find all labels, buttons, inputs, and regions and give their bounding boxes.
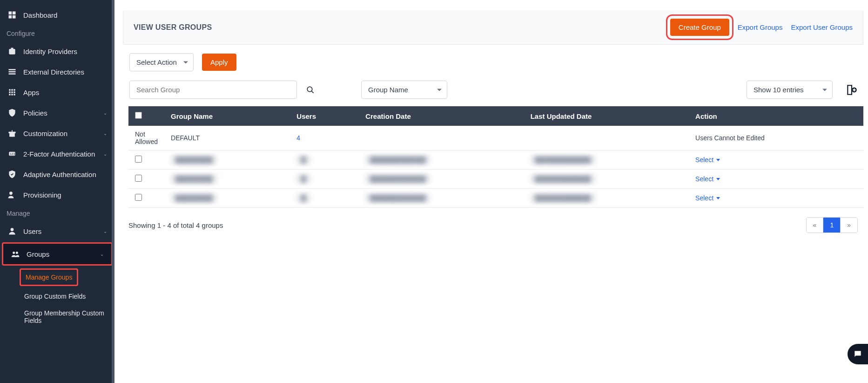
filter-by-dropdown[interactable]: Group Name xyxy=(361,81,447,99)
create-group-button[interactable]: Create Group xyxy=(670,19,729,36)
svg-rect-1 xyxy=(13,12,16,15)
sidebar-item-users[interactable]: Users ⌄ xyxy=(0,221,114,241)
search-icon[interactable] xyxy=(306,86,315,94)
row-checkbox[interactable] xyxy=(135,194,142,201)
sidebar-item-groups[interactable]: Groups ⌄ xyxy=(2,242,113,266)
row-checkbox[interactable] xyxy=(135,175,142,182)
sidebar-item-customization[interactable]: Customization ⌄ xyxy=(0,123,114,144)
cell-users[interactable]: 4 xyxy=(290,126,359,150)
svg-rect-14 xyxy=(13,91,15,93)
sidebar-sub-group-membership-fields[interactable]: Group Membership Custom Fields xyxy=(20,305,114,329)
cell-group-name: ████████ xyxy=(164,170,290,189)
pager-prev[interactable]: « xyxy=(807,218,824,233)
sidebar-item-2fa[interactable]: 123 2-Factor Authentication ⌄ xyxy=(0,144,114,164)
shield-icon xyxy=(7,108,17,117)
col-creation[interactable]: Creation Date xyxy=(359,106,524,126)
export-user-groups-link[interactable]: Export User Groups xyxy=(791,23,853,31)
page-title: VIEW USER GROUPS xyxy=(134,23,212,32)
entries-dropdown[interactable]: Show 10 entries xyxy=(747,81,833,99)
sidebar-sub-group-custom-fields[interactable]: Group Custom Fields xyxy=(20,288,114,305)
row-action-select[interactable]: Select xyxy=(695,156,720,164)
header-actions: Create Group Export Groups Export User G… xyxy=(670,19,853,36)
sidebar-item-adaptive[interactable]: Adaptive Authentication xyxy=(0,164,114,185)
pager-page-1[interactable]: 1 xyxy=(823,218,841,233)
caret-down-icon xyxy=(716,197,720,199)
cell-action: Select xyxy=(689,150,863,170)
chevron-down-icon: ⌄ xyxy=(103,229,107,234)
chat-floating-button[interactable] xyxy=(848,344,868,364)
svg-point-23 xyxy=(9,192,13,195)
select-action-dropdown[interactable]: Select Action xyxy=(129,53,194,71)
cell-creation: ████████████ xyxy=(359,170,524,189)
svg-rect-12 xyxy=(9,91,10,93)
sidebar-scrollbar[interactable] xyxy=(112,0,114,383)
svg-rect-13 xyxy=(11,91,13,93)
search-input[interactable] xyxy=(129,81,297,99)
svg-point-25 xyxy=(13,252,15,254)
pagination: « 1 » xyxy=(806,217,858,233)
row-action-select[interactable]: Select xyxy=(695,175,720,183)
dashboard-icon xyxy=(7,10,17,20)
pager-next[interactable]: » xyxy=(841,218,857,233)
apply-button[interactable]: Apply xyxy=(202,54,236,71)
col-users[interactable]: Users xyxy=(290,106,359,126)
col-group-name[interactable]: Group Name xyxy=(164,106,290,126)
sidebar-section-configure: Configure xyxy=(0,25,114,41)
groups-table: Group Name Users Creation Date Last Upda… xyxy=(128,106,863,208)
table-row: █████████████████████████████████Select xyxy=(128,150,863,170)
shield-check-icon xyxy=(7,170,17,179)
caret-down-icon xyxy=(716,159,720,161)
cell-users: █ xyxy=(290,189,359,208)
group-icon xyxy=(11,249,20,259)
chevron-down-icon: ⌄ xyxy=(100,252,104,257)
sidebar-item-idp[interactable]: Identity Providers xyxy=(0,41,114,62)
select-all-checkbox[interactable] xyxy=(135,112,142,119)
svg-rect-0 xyxy=(9,12,12,15)
table-header-row: Group Name Users Creation Date Last Upda… xyxy=(128,106,863,126)
main-content: VIEW USER GROUPS Create Group Export Gro… xyxy=(114,0,868,383)
row-checkbox[interactable] xyxy=(135,156,142,163)
export-groups-link[interactable]: Export Groups xyxy=(738,23,783,31)
cell-updated: ████████████ xyxy=(524,189,689,208)
sidebar-item-provisioning[interactable]: Provisioning xyxy=(0,185,114,205)
sidebar-item-dashboard[interactable]: Dashboard xyxy=(0,5,114,25)
cell-updated xyxy=(524,126,689,150)
sidebar-sub-manage-groups[interactable]: Manage Groups xyxy=(20,268,78,286)
cell-creation: ████████████ xyxy=(359,150,524,170)
search-row: Group Name Show 10 entries xyxy=(119,71,868,104)
sidebar-label: Identity Providers xyxy=(23,48,77,55)
user-icon xyxy=(7,226,17,236)
sidebar-item-policies[interactable]: Policies ⌄ xyxy=(0,103,114,123)
svg-rect-10 xyxy=(11,89,13,90)
caret-down-icon xyxy=(716,178,720,180)
svg-point-27 xyxy=(307,87,312,92)
svg-rect-6 xyxy=(9,69,16,70)
sidebar-label: Users xyxy=(23,227,41,235)
svg-rect-3 xyxy=(13,15,16,19)
sidebar-label: Groups xyxy=(27,250,49,258)
col-updated[interactable]: Last Updated Date xyxy=(524,106,689,126)
cell-group-name: DEFAULT xyxy=(164,126,290,150)
sidebar-label: Provisioning xyxy=(23,191,61,199)
list-icon xyxy=(7,67,17,76)
sidebar-label: Apps xyxy=(23,89,39,96)
gift-icon xyxy=(7,129,17,138)
svg-rect-5 xyxy=(11,48,13,49)
row-action-select[interactable]: Select xyxy=(695,194,720,202)
svg-point-24 xyxy=(11,228,14,231)
svg-rect-20 xyxy=(12,130,13,137)
add-column-icon[interactable] xyxy=(846,84,858,96)
table-row: █████████████████████████████████Select xyxy=(128,189,863,208)
svg-line-28 xyxy=(311,91,314,93)
sidebar-item-extdir[interactable]: External Directories xyxy=(0,62,114,82)
sidebar-item-apps[interactable]: Apps xyxy=(0,82,114,103)
cell-group-name: ████████ xyxy=(164,189,290,208)
svg-rect-8 xyxy=(9,73,16,75)
sidebar-label: External Directories xyxy=(23,68,84,76)
cell-action: Select xyxy=(689,189,863,208)
sidebar-label: Dashboard xyxy=(23,11,57,19)
svg-rect-11 xyxy=(13,89,15,90)
cell-users: █ xyxy=(290,170,359,189)
sidebar-label: Policies xyxy=(23,109,47,117)
cell-users: █ xyxy=(290,150,359,170)
